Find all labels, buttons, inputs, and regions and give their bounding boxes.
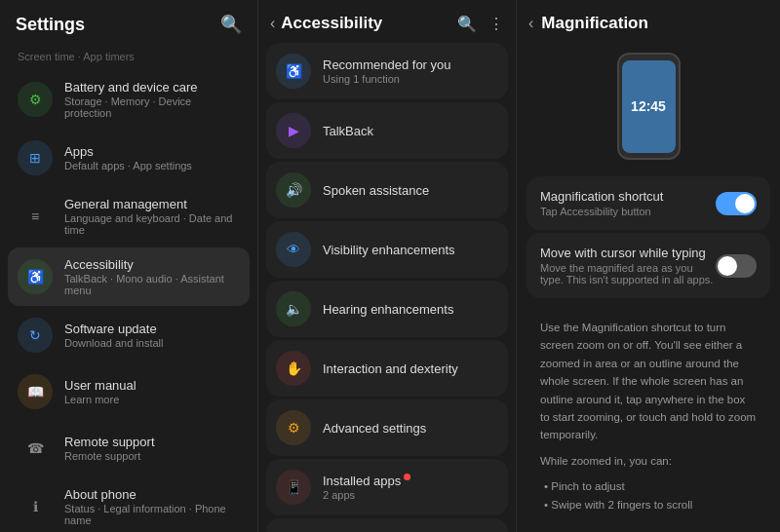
accessibility-item-spoken[interactable]: 🔊 Spoken assistance: [266, 162, 508, 218]
shortcut-toggle[interactable]: [716, 192, 757, 215]
general-title: General management: [64, 197, 240, 211]
installed-title: Installed apps: [323, 474, 410, 488]
settings-item-software[interactable]: ↻ Software update Download and install: [8, 308, 250, 362]
bullet-item: Pinch to adjust: [540, 477, 757, 495]
spoken-icon: 🔊: [276, 172, 311, 208]
remote-icon: ☎: [18, 431, 53, 466]
phone-mockup: 12:45: [617, 53, 681, 160]
accessibility-item-talkback[interactable]: ▶ TalkBack: [266, 102, 508, 159]
visibility-icon: 👁: [276, 232, 311, 267]
accessibility-item-hearing[interactable]: 🔈 Hearing enhancements: [266, 281, 508, 337]
shortcut-subtitle: Tap Accessibility button: [540, 206, 663, 217]
talkback-icon: ▶: [276, 113, 311, 148]
accessibility-text: Accessibility TalkBack · Mono audio · As…: [64, 257, 240, 296]
description-text: Use the Magnification shortcut to turn s…: [540, 319, 757, 444]
settings-panel: Settings 🔍 Screen time · App timers ⚙ Ba…: [0, 0, 258, 532]
accessibility-subtitle: TalkBack · Mono audio · Assistant menu: [64, 273, 240, 296]
accessibility-item-visibility[interactable]: 👁 Visibility enhancements: [266, 221, 508, 278]
magnification-title: Magnification: [541, 14, 648, 33]
accessibility-item-recommended[interactable]: ♿ Recommended for you Using 1 function: [266, 43, 508, 99]
accessibility-header-icons: 🔍 ⋮: [457, 15, 504, 33]
apps-title: Apps: [64, 144, 192, 159]
cursor-subtitle: Move the magnified area as you type. Thi…: [540, 262, 716, 285]
settings-item-accessibility[interactable]: ♿ Accessibility TalkBack · Mono audio · …: [8, 247, 250, 306]
installed-text: Installed apps 2 apps: [323, 474, 410, 501]
recommended-text: Recommended for you Using 1 function: [323, 57, 451, 85]
manual-subtitle: Learn more: [64, 394, 136, 405]
general-subtitle: Language and keyboard · Date and time: [64, 212, 240, 236]
battery-text: Battery and device care Storage · Memory…: [64, 80, 240, 119]
cursor-text: Move with cursor while typing Move the m…: [540, 246, 716, 285]
apps-subtitle: Default apps · App settings: [64, 160, 192, 171]
accessibility-item-interaction[interactable]: ✋ Interaction and dexterity: [266, 340, 508, 397]
settings-title: Settings: [16, 15, 85, 35]
accessibility-title: Accessibility: [281, 14, 451, 33]
hearing-title: Hearing enhancements: [323, 302, 453, 317]
remote-title: Remote support: [64, 435, 155, 449]
bullet-item: Swipe with 2 fingers to scroll: [540, 496, 757, 513]
accessibility-icon: ♿: [18, 259, 53, 294]
settings-item-apps[interactable]: ⊞ Apps Default apps · App settings: [8, 131, 250, 185]
cursor-title: Move with cursor while typing: [540, 246, 716, 260]
more-options-icon[interactable]: ⋮: [488, 15, 504, 33]
manual-title: User manual: [64, 378, 136, 393]
talkback-text: TalkBack: [323, 124, 373, 138]
general-icon: ≡: [18, 199, 53, 234]
phone-screen: 12:45: [622, 60, 676, 153]
hearing-icon: 🔈: [276, 291, 311, 326]
magnification-description: Use the Magnification shortcut to turn s…: [526, 307, 770, 525]
cursor-toggle[interactable]: [716, 254, 757, 278]
accessibility-list: ♿ Recommended for you Using 1 function ▶…: [258, 43, 516, 532]
shortcut-text: Magnification shortcut Tap Accessibility…: [540, 189, 663, 217]
manual-text: User manual Learn more: [64, 378, 136, 405]
installed-subtitle: 2 apps: [323, 489, 410, 501]
general-text: General management Language and keyboard…: [64, 197, 240, 236]
remote-text: Remote support Remote support: [64, 435, 155, 462]
settings-item-about[interactable]: ℹ About phone Status · Legal information…: [8, 477, 250, 532]
magnification-panel: ‹ Magnification 12:45 Magnification shor…: [517, 0, 780, 532]
manual-icon: 📖: [18, 374, 53, 409]
accessibility-item-advanced[interactable]: ⚙ Advanced settings: [266, 399, 508, 456]
settings-header: Settings 🔍: [0, 0, 257, 45]
settings-item-manual[interactable]: 📖 User manual Learn more: [8, 364, 250, 419]
phone-time: 12:45: [631, 98, 666, 114]
software-subtitle: Download and install: [64, 337, 164, 349]
advanced-title: Advanced settings: [323, 421, 426, 436]
recommended-subtitle: Using 1 function: [323, 73, 451, 85]
settings-item-general[interactable]: ≡ General management Language and keyboa…: [8, 187, 250, 246]
shortcut-row: Magnification shortcut Tap Accessibility…: [540, 189, 757, 217]
settings-list: Screen time · App timers ⚙ Battery and d…: [0, 45, 257, 532]
battery-icon: ⚙: [18, 82, 53, 117]
accessibility-panel: ‹ Accessibility 🔍 ⋮ ♿ Recommended for yo…: [258, 0, 517, 532]
settings-item-truncated: Screen time · App timers: [8, 45, 250, 68]
interaction-icon: ✋: [276, 351, 311, 386]
advanced-text: Advanced settings: [323, 421, 426, 436]
accessibility-header: ‹ Accessibility 🔍 ⋮: [258, 0, 516, 43]
installed-icon: 📱: [276, 470, 311, 505]
battery-title: Battery and device care: [64, 80, 240, 95]
about-text: About phone Status · Legal information ·…: [64, 487, 240, 526]
mag-setting-shortcut: Magnification shortcut Tap Accessibility…: [526, 176, 770, 230]
software-icon: ↻: [18, 318, 53, 353]
shortcut-title: Magnification shortcut: [540, 189, 663, 204]
advanced-icon: ⚙: [276, 410, 311, 445]
accessibility-item-about[interactable]: ℹ About Accessibility: [266, 518, 508, 532]
search-icon[interactable]: 🔍: [457, 15, 477, 33]
about-icon: ℹ: [18, 489, 53, 524]
magnification-back-button[interactable]: ‹: [528, 15, 533, 32]
spoken-text: Spoken assistance: [323, 183, 429, 198]
accessibility-item-installed[interactable]: 📱 Installed apps 2 apps: [266, 459, 508, 515]
settings-item-battery[interactable]: ⚙ Battery and device care Storage · Memo…: [8, 70, 250, 129]
interaction-title: Interaction and dexterity: [323, 361, 458, 376]
software-title: Software update: [64, 322, 164, 336]
search-icon[interactable]: 🔍: [220, 14, 242, 35]
about-subtitle: Status · Legal information · Phone name: [64, 503, 240, 526]
battery-subtitle: Storage · Memory · Device protection: [64, 95, 240, 119]
interaction-text: Interaction and dexterity: [323, 361, 458, 376]
accessibility-back-button[interactable]: ‹: [270, 15, 275, 32]
phone-preview: 12:45: [517, 43, 780, 173]
bullets-list: Pinch to adjust Swipe with 2 fingers to …: [540, 477, 757, 513]
cursor-toggle-knob: [718, 256, 737, 276]
settings-item-remote[interactable]: ☎ Remote support Remote support: [8, 421, 250, 475]
shortcut-toggle-knob: [735, 194, 755, 213]
